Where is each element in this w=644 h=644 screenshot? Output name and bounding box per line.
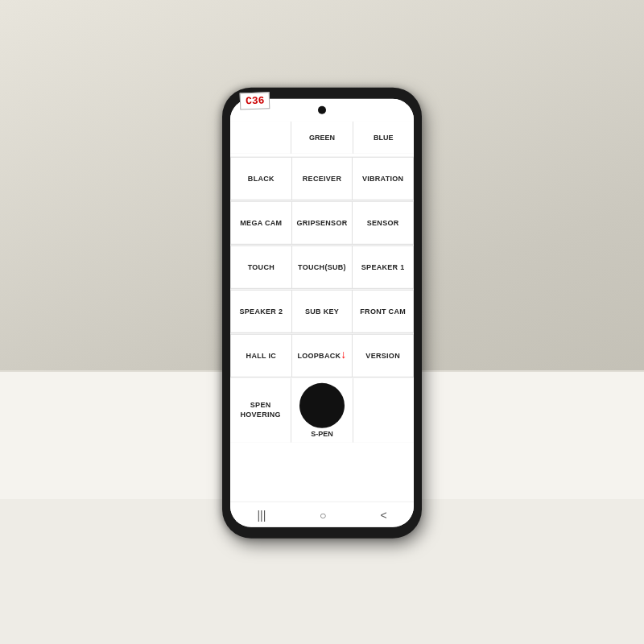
- cell-s-pen[interactable]: S-PEN: [291, 378, 352, 443]
- nav-back-icon[interactable]: <: [380, 508, 386, 521]
- cell-touch[interactable]: TOUCH: [231, 246, 291, 288]
- row-2: MEGA CAM GRIPSENSOR SENSOR: [230, 201, 414, 245]
- nav-recent-icon[interactable]: |||: [257, 508, 266, 521]
- red-arrow-indicator: ↓: [341, 348, 346, 361]
- row-spen: SPENHOVERING S-PEN: [230, 378, 414, 443]
- row-5: HALL IC LOOPBACK ↓ VERSION: [230, 334, 414, 378]
- cell-hall-ic[interactable]: HALL IC: [231, 335, 291, 377]
- cell-mega-cam[interactable]: MEGA CAM: [231, 202, 291, 244]
- nav-home-icon[interactable]: ○: [320, 508, 326, 521]
- nav-bar: ||| ○ <: [230, 502, 414, 527]
- cell-speaker1[interactable]: SPEAKER 1: [353, 246, 413, 288]
- cell-touch-sub[interactable]: TOUCH(SUB): [292, 246, 353, 288]
- sticker-text: C36: [246, 94, 265, 107]
- screen-spacer: [230, 443, 414, 502]
- row-1: BLACK RECEIVER VIBRATION: [230, 157, 414, 200]
- sticker-label: C36: [240, 92, 270, 109]
- cell-loopback[interactable]: LOOPBACK ↓: [292, 335, 353, 377]
- row-4: SPEAKER 2 SUB KEY FRONT CAM: [230, 290, 414, 333]
- cell-empty-bottom: [353, 378, 414, 443]
- phone-screen: GREEN BLUE BLACK RECEIVER VIBRA: [230, 99, 414, 527]
- scene: C36 GREEN BLUE: [0, 0, 644, 644]
- cell-sensor[interactable]: SENSOR: [353, 202, 413, 244]
- cell-empty-top: [230, 122, 291, 154]
- phone-device: C36 GREEN BLUE: [222, 88, 422, 539]
- cell-green[interactable]: GREEN: [291, 122, 352, 154]
- top-row: GREEN BLUE: [230, 122, 414, 154]
- row-3: TOUCH TOUCH(SUB) SPEAKER 1: [230, 246, 414, 289]
- spen-circle-indicator: [299, 383, 345, 428]
- cell-black[interactable]: BLACK: [231, 158, 291, 200]
- screen-content: BLACK RECEIVER VIBRATION MEGA CAM GR: [230, 154, 414, 502]
- cell-speaker2[interactable]: SPEAKER 2: [231, 291, 291, 332]
- cell-gripsensor[interactable]: GRIPSENSOR: [292, 202, 353, 244]
- cell-sub-key[interactable]: SUB KEY: [292, 291, 353, 332]
- cell-version[interactable]: VERSION: [353, 335, 413, 377]
- punch-hole-camera: [318, 106, 326, 114]
- cell-vibration[interactable]: VIBRATION: [353, 158, 413, 200]
- cell-front-cam[interactable]: FRONT CAM: [353, 291, 413, 332]
- cell-blue[interactable]: BLUE: [353, 122, 414, 154]
- cell-receiver[interactable]: RECEIVER: [292, 158, 353, 200]
- cell-spen-hovering[interactable]: SPENHOVERING: [230, 378, 291, 443]
